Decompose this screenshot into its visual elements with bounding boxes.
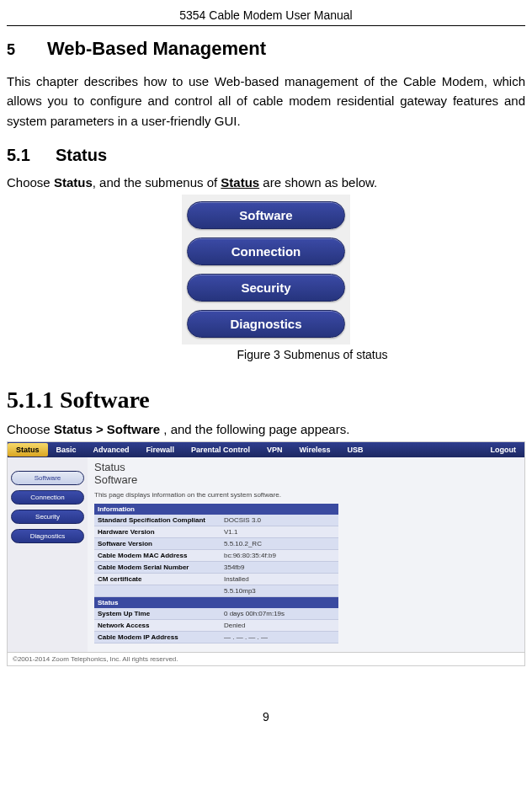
row-label: Software Version bbox=[94, 538, 221, 549]
row-label: Cable Modem Serial Number bbox=[94, 562, 221, 573]
software-page-screenshot: Status Basic Advanced Firewall Parental … bbox=[7, 441, 525, 666]
page-subtitle: Software bbox=[94, 473, 524, 486]
row-label: Network Access bbox=[94, 620, 221, 631]
text-span: Choose bbox=[7, 175, 54, 190]
table-row: System Up Time0 days 00h:07m:19s bbox=[94, 608, 338, 620]
topnav-parental: Parental Control bbox=[183, 446, 258, 454]
section-5-title: Web-Based Management bbox=[47, 38, 266, 60]
row-value: 5.5.10mp3 bbox=[221, 585, 338, 596]
section-5-number: 5 bbox=[7, 41, 47, 59]
section-5-1-heading: 5.1 Status bbox=[7, 146, 525, 165]
row-value: DOCSIS 3.0 bbox=[221, 515, 338, 526]
topnav: Status Basic Advanced Firewall Parental … bbox=[8, 442, 524, 457]
table-row: Software Version5.5.10.2_RC bbox=[94, 538, 338, 550]
row-label: System Up Time bbox=[94, 608, 221, 619]
side-software: Software bbox=[11, 471, 84, 485]
section-5-heading: 5 Web-Based Management bbox=[7, 38, 525, 60]
footer-copyright: ©2001-2014 Zoom Telephonics, Inc. All ri… bbox=[8, 652, 524, 665]
section-5-1-1-intro: Choose Status > Software , and the follo… bbox=[7, 422, 525, 436]
text-span: are shown as below. bbox=[259, 175, 377, 190]
row-value: — . — . — . — bbox=[221, 632, 338, 643]
page-header-title: 5354 Cable Modem User Manual bbox=[7, 8, 525, 26]
section-5-1-number: 5.1 bbox=[7, 146, 56, 165]
row-value: 354fb9 bbox=[221, 562, 338, 573]
page-number: 9 bbox=[7, 710, 525, 724]
table-row: Standard Specification CompliantDOCSIS 3… bbox=[94, 515, 338, 526]
side-security: Security bbox=[11, 510, 84, 524]
topnav-basic: Basic bbox=[48, 446, 85, 454]
topnav-wireless: Wireless bbox=[291, 446, 339, 454]
row-value: bc:96:80:35:4f:b9 bbox=[221, 550, 338, 561]
row-label: Cable Modem IP Address bbox=[94, 632, 221, 643]
sidebar: Software Connection Security Diagnostics bbox=[8, 457, 88, 652]
row-value: 0 days 00h:07m:19s bbox=[221, 608, 338, 619]
table-row: Cable Modem MAC Addressbc:96:80:35:4f:b9 bbox=[94, 550, 338, 562]
sw-body: Software Connection Security Diagnostics… bbox=[8, 457, 524, 652]
table-row: Cable Modem IP Address— . — . — . — bbox=[94, 632, 338, 643]
topnav-usb: USB bbox=[339, 446, 372, 454]
text-bold: Status bbox=[54, 175, 93, 190]
section-5-1-title: Status bbox=[56, 146, 107, 165]
row-value: Installed bbox=[221, 574, 338, 585]
topnav-firewall: Firewall bbox=[138, 446, 184, 454]
table-row: CM certificateInstalled bbox=[94, 574, 338, 585]
section-5-1-intro: Choose Status, and the submenus of Statu… bbox=[7, 175, 525, 190]
row-label: CM certificate bbox=[94, 574, 221, 585]
text-underline: Status bbox=[221, 175, 259, 190]
row-value: 5.5.10.2_RC bbox=[221, 538, 338, 549]
submenu-btn-security: Security bbox=[187, 274, 345, 302]
table-row: Hardware VersionV1.1 bbox=[94, 526, 338, 538]
status-head: Status bbox=[94, 597, 338, 608]
topnav-advanced: Advanced bbox=[85, 446, 138, 454]
side-diagnostics: Diagnostics bbox=[11, 529, 84, 543]
section-5-1-1-title: 5.1.1 Software bbox=[7, 387, 525, 414]
table-row: Cable Modem Serial Number354fb9 bbox=[94, 562, 338, 574]
row-label: Cable Modem MAC Address bbox=[94, 550, 221, 561]
figure-3-caption: Figure 3 Submenus of status bbox=[7, 348, 525, 361]
submenu-screenshot: Software Connection Security Diagnostics bbox=[182, 195, 350, 344]
text-span: , and the following page appears. bbox=[160, 422, 349, 436]
table-row: 5.5.10mp3 bbox=[94, 585, 338, 597]
section-5-para: This chapter describes how to use Web-ba… bbox=[7, 72, 525, 131]
row-label: Standard Specification Compliant bbox=[94, 515, 221, 526]
topnav-vpn: VPN bbox=[258, 446, 291, 454]
text-bold: Status > Software bbox=[54, 422, 160, 436]
info-table: Information Standard Specification Compl… bbox=[94, 504, 338, 643]
row-label: Hardware Version bbox=[94, 526, 221, 537]
row-value: Denied bbox=[221, 620, 338, 631]
info-head: Information bbox=[94, 504, 338, 515]
submenu-btn-software: Software bbox=[187, 201, 345, 229]
table-row: Network AccessDenied bbox=[94, 620, 338, 632]
submenu-btn-connection: Connection bbox=[187, 238, 345, 265]
breadcrumb: Status bbox=[94, 461, 524, 473]
text-span: , and the submenus of bbox=[93, 175, 221, 190]
row-value: V1.1 bbox=[221, 526, 338, 537]
page-desc: This page displays information on the cu… bbox=[94, 491, 524, 499]
submenu-btn-diagnostics: Diagnostics bbox=[187, 310, 345, 338]
side-connection: Connection bbox=[11, 490, 84, 505]
row-label bbox=[94, 585, 221, 596]
text-span: Choose bbox=[7, 422, 54, 436]
topnav-logout: Logout bbox=[482, 446, 525, 454]
topnav-status: Status bbox=[8, 443, 48, 457]
sw-main: Status Software This page displays infor… bbox=[88, 457, 524, 652]
